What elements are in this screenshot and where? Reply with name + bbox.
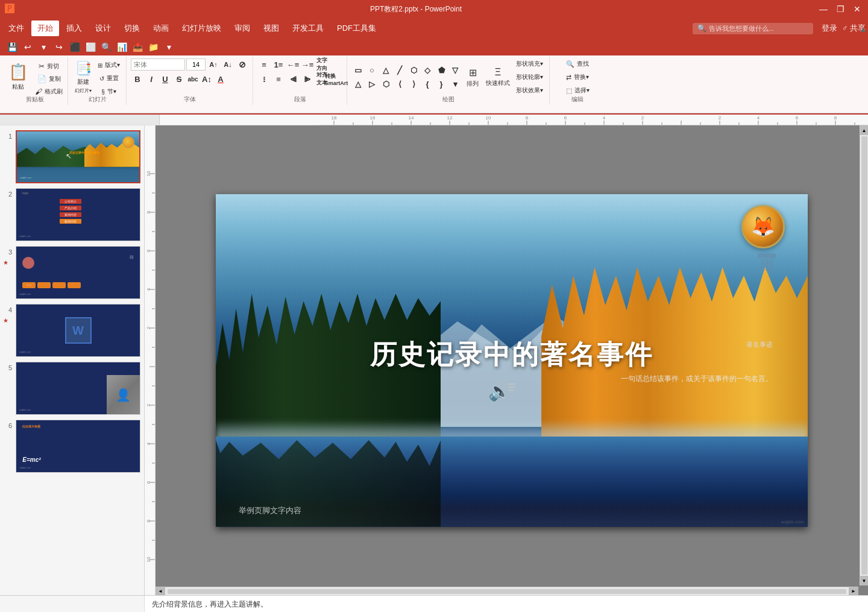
slide-preview-3[interactable]: ⊟ •—• wajbb.com: [16, 246, 140, 299]
italic-button[interactable]: I: [145, 72, 158, 86]
qa-undo-arrow[interactable]: ▾: [36, 40, 51, 54]
shape-7[interactable]: ⬟: [435, 64, 448, 77]
qa-btn6[interactable]: 📁: [146, 40, 160, 54]
shape-11[interactable]: ⬡: [379, 78, 392, 91]
qa-dropdown[interactable]: ▾: [162, 40, 176, 54]
scroll-thumb-v[interactable]: [861, 136, 867, 575]
menu-devtools[interactable]: 开发工具: [286, 21, 330, 36]
vertical-scrollbar[interactable]: ▲ ▼: [860, 125, 868, 585]
menu-view[interactable]: 视图: [257, 21, 285, 36]
qa-undo[interactable]: ↩: [20, 40, 35, 54]
qa-btn3[interactable]: 🔍: [99, 40, 113, 54]
shape-rect[interactable]: ▭: [351, 64, 365, 77]
menu-design[interactable]: 设计: [89, 21, 117, 36]
select-button[interactable]: ⬚选择▾: [554, 84, 601, 96]
underline-button[interactable]: U: [159, 72, 172, 86]
shape-12[interactable]: ⟨: [393, 78, 406, 91]
slide-thumbnail-4[interactable]: 4 ★ W wajbb.com: [2, 303, 142, 358]
menu-home[interactable]: 开始: [31, 21, 59, 36]
qa-redo[interactable]: ↪: [52, 40, 66, 54]
fontcolor-aa[interactable]: A↕: [200, 72, 213, 86]
bold-button[interactable]: B: [131, 72, 144, 86]
search-box[interactable]: 🔍 告诉我您想要做什么...: [693, 23, 813, 34]
slide-thumbnail-3[interactable]: 3 ★ ⊟ •—• wajbb.com: [2, 245, 142, 300]
font-size-decrease[interactable]: A↓: [221, 58, 234, 71]
slide-thumbnail-2[interactable]: 2 logo 公司简介 产品介绍 案例内容 案例内容 wajbb.com: [2, 187, 142, 242]
layout-button[interactable]: ⊞版式▾: [95, 59, 122, 71]
slide-preview-5[interactable]: 👤 wajbb.com: [16, 362, 140, 415]
list-bullet[interactable]: ≡: [257, 58, 271, 71]
menu-animation[interactable]: 动画: [147, 21, 175, 36]
replace-button[interactable]: ⇄替换▾: [554, 71, 601, 83]
find-button[interactable]: 🔍查找: [554, 58, 601, 70]
slide-thumbnail-1[interactable]: 1 历史记录中的著名事件 wajbb.com ↖: [2, 129, 142, 185]
menu-pdf[interactable]: PDF工具集: [331, 21, 382, 36]
align-right[interactable]: ⫷: [286, 72, 300, 86]
sub-button[interactable]: abc: [186, 72, 200, 86]
sound-icon[interactable]: 🔊: [488, 380, 511, 402]
slide-preview-6[interactable]: 此处填片标题 E=mc² wajbb.com: [16, 420, 140, 473]
shape-6[interactable]: ◇: [421, 64, 434, 77]
strikethrough-button[interactable]: S: [172, 72, 186, 86]
fontcolor-a[interactable]: A: [214, 72, 227, 86]
qa-btn4[interactable]: 📊: [115, 40, 129, 54]
main-slide[interactable]: 🦊 历史记录中的著名事件 著名事迹 一句话总结该事件，或关于该事件的一句: [216, 194, 808, 527]
quick-styles-button[interactable]: Ξ 快速样式: [483, 60, 512, 95]
ribbon-collapse[interactable]: ▲: [858, 55, 868, 58]
slide-preview-1[interactable]: 历史记录中的著名事件 wajbb.com ↖: [16, 130, 140, 183]
scroll-left-button[interactable]: ◄: [156, 587, 165, 596]
scroll-right-button[interactable]: ►: [849, 587, 858, 596]
qa-btn5[interactable]: 📤: [130, 40, 145, 54]
shape-fill[interactable]: 形状填充▾: [514, 58, 546, 70]
clear-format[interactable]: ⊘: [236, 58, 249, 71]
slide-thumbnail-5[interactable]: 5 👤 wajbb.com: [2, 361, 142, 416]
menu-file[interactable]: 文件: [2, 21, 30, 36]
shape-effect[interactable]: 形状效果▾: [514, 84, 546, 96]
shape-5[interactable]: ⬡: [407, 64, 420, 77]
scroll-up-button[interactable]: ▲: [860, 125, 869, 135]
login-button[interactable]: 登录: [822, 23, 837, 34]
menu-review[interactable]: 审阅: [228, 21, 256, 36]
shape-13[interactable]: ⟩: [407, 78, 420, 91]
new-slide-button[interactable]: 📑 新建 幻灯片▾: [72, 60, 94, 95]
indent-more[interactable]: →≡: [301, 58, 314, 71]
shape-more[interactable]: ▾: [448, 78, 462, 91]
canvas-area[interactable]: 🦊 历史记录中的著名事件 著名事迹 一句话总结该事件，或关于该事件的一句: [156, 125, 868, 595]
scroll-down-button[interactable]: ▼: [860, 576, 869, 585]
horizontal-scrollbar[interactable]: ◄ ►: [156, 587, 858, 595]
qa-print-preview[interactable]: ⬛: [68, 40, 82, 54]
align-center[interactable]: ≡: [272, 72, 285, 86]
shape-14[interactable]: {: [421, 78, 434, 91]
shape-triangle[interactable]: △: [379, 64, 392, 77]
smartart[interactable]: 转换SmartArt: [330, 72, 343, 86]
slide-preview-2[interactable]: logo 公司简介 产品介绍 案例内容 案例内容 wajbb.com: [16, 188, 140, 241]
arrange-button[interactable]: ⊞ 排列: [463, 60, 482, 95]
shape-circle[interactable]: ○: [365, 64, 379, 77]
paste-button[interactable]: 📋 粘贴: [5, 59, 31, 94]
indent-less[interactable]: ←≡: [286, 58, 300, 71]
font-name-input[interactable]: [131, 58, 185, 71]
shape-9[interactable]: △: [351, 78, 365, 91]
slide-thumbnail-6[interactable]: 6 此处填片标题 E=mc² wajbb.com: [2, 418, 142, 474]
shape-8[interactable]: ▽: [448, 64, 462, 77]
text-direction[interactable]: 文字方向: [315, 58, 329, 71]
scroll-thumb-h[interactable]: [168, 589, 846, 594]
copy-button[interactable]: 📄复制: [33, 73, 65, 85]
menu-insert[interactable]: 插入: [60, 21, 88, 36]
notes-area[interactable]: 先介绍背景信息，再进入主题讲解。: [145, 596, 868, 612]
minimize-button[interactable]: —: [817, 3, 829, 15]
align-left[interactable]: ⫶: [257, 72, 271, 86]
menu-transition[interactable]: 切换: [118, 21, 146, 36]
shape-line[interactable]: ╱: [393, 64, 406, 77]
cut-button[interactable]: ✂剪切: [33, 60, 65, 72]
reset-button[interactable]: ↺重置: [95, 72, 122, 84]
font-size-increase[interactable]: A↑: [207, 58, 220, 71]
qa-btn2[interactable]: ⬜: [83, 40, 98, 54]
qa-save[interactable]: 💾: [5, 40, 19, 54]
font-size-input[interactable]: [186, 58, 206, 71]
shape-10[interactable]: ▷: [365, 78, 379, 91]
menu-slideshow[interactable]: 幻灯片放映: [176, 21, 227, 36]
restore-button[interactable]: ❐: [834, 3, 846, 15]
slide-preview-4[interactable]: W wajbb.com: [16, 304, 140, 357]
shape-outline[interactable]: 形状轮廓▾: [514, 71, 546, 83]
